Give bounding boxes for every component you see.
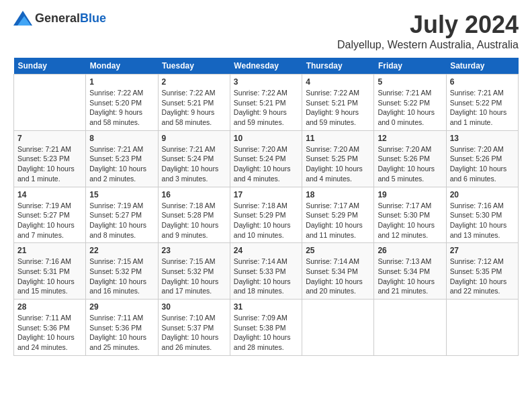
calendar-cell: 21Sunrise: 7:16 AM Sunset: 5:31 PM Dayli… <box>14 243 86 300</box>
day-info: Sunrise: 7:14 AM Sunset: 5:33 PM Dayligh… <box>234 257 298 296</box>
day-info: Sunrise: 7:16 AM Sunset: 5:30 PM Dayligh… <box>450 201 515 240</box>
calendar-cell: 6Sunrise: 7:21 AM Sunset: 5:22 PM Daylig… <box>446 75 518 131</box>
calendar-cell: 16Sunrise: 7:18 AM Sunset: 5:28 PM Dayli… <box>158 187 230 243</box>
day-of-week-header: Friday <box>374 58 446 75</box>
day-info: Sunrise: 7:18 AM Sunset: 5:28 PM Dayligh… <box>162 201 226 240</box>
day-info: Sunrise: 7:21 AM Sunset: 5:23 PM Dayligh… <box>89 144 154 184</box>
day-info: Sunrise: 7:22 AM Sunset: 5:21 PM Dayligh… <box>306 88 370 128</box>
day-info: Sunrise: 7:12 AM Sunset: 5:35 PM Dayligh… <box>450 257 515 296</box>
day-info: Sunrise: 7:20 AM Sunset: 5:26 PM Dayligh… <box>378 144 442 184</box>
day-info: Sunrise: 7:21 AM Sunset: 5:22 PM Dayligh… <box>450 88 515 128</box>
day-of-week-header: Tuesday <box>158 58 230 75</box>
calendar-week-row: 1Sunrise: 7:22 AM Sunset: 5:20 PM Daylig… <box>14 75 519 131</box>
calendar-cell: 11Sunrise: 7:20 AM Sunset: 5:25 PM Dayli… <box>302 130 374 187</box>
day-info: Sunrise: 7:21 AM Sunset: 5:24 PM Dayligh… <box>162 144 226 184</box>
day-info: Sunrise: 7:14 AM Sunset: 5:34 PM Dayligh… <box>306 257 370 296</box>
day-info: Sunrise: 7:15 AM Sunset: 5:32 PM Dayligh… <box>162 257 226 296</box>
day-info: Sunrise: 7:20 AM Sunset: 5:26 PM Dayligh… <box>450 144 515 184</box>
calendar-cell: 10Sunrise: 7:20 AM Sunset: 5:24 PM Dayli… <box>230 130 302 187</box>
logo-blue: Blue <box>80 11 106 25</box>
calendar-cell <box>446 300 518 356</box>
day-of-week-header: Saturday <box>446 58 518 75</box>
title-area: July 2024 Dalyellup, Western Australia, … <box>337 11 519 51</box>
day-number: 15 <box>89 190 154 199</box>
calendar-cell: 19Sunrise: 7:17 AM Sunset: 5:30 PM Dayli… <box>374 187 446 243</box>
calendar-cell: 25Sunrise: 7:14 AM Sunset: 5:34 PM Dayli… <box>302 243 374 300</box>
calendar-cell: 29Sunrise: 7:11 AM Sunset: 5:36 PM Dayli… <box>86 300 158 356</box>
calendar-cell: 1Sunrise: 7:22 AM Sunset: 5:20 PM Daylig… <box>86 75 158 131</box>
day-info: Sunrise: 7:16 AM Sunset: 5:31 PM Dayligh… <box>17 257 82 296</box>
calendar-cell: 5Sunrise: 7:21 AM Sunset: 5:22 PM Daylig… <box>374 75 446 131</box>
day-info: Sunrise: 7:21 AM Sunset: 5:22 PM Dayligh… <box>378 88 442 128</box>
day-number: 4 <box>306 77 370 87</box>
day-of-week-header: Thursday <box>302 58 374 75</box>
calendar-cell <box>14 75 86 131</box>
calendar-cell: 13Sunrise: 7:20 AM Sunset: 5:26 PM Dayli… <box>446 130 518 187</box>
day-of-week-header: Sunday <box>14 58 86 75</box>
day-number: 22 <box>89 246 154 255</box>
day-number: 9 <box>162 134 226 143</box>
day-number: 17 <box>234 190 298 199</box>
day-number: 1 <box>89 77 154 87</box>
calendar-cell: 26Sunrise: 7:13 AM Sunset: 5:34 PM Dayli… <box>374 243 446 300</box>
day-number: 29 <box>89 302 154 312</box>
day-of-week-header: Wednesday <box>230 58 302 75</box>
calendar-cell: 4Sunrise: 7:22 AM Sunset: 5:21 PM Daylig… <box>302 75 374 131</box>
calendar-cell: 23Sunrise: 7:15 AM Sunset: 5:32 PM Dayli… <box>158 243 230 300</box>
calendar-cell: 2Sunrise: 7:22 AM Sunset: 5:21 PM Daylig… <box>158 75 230 131</box>
day-info: Sunrise: 7:19 AM Sunset: 5:27 PM Dayligh… <box>17 201 82 240</box>
day-info: Sunrise: 7:20 AM Sunset: 5:25 PM Dayligh… <box>306 144 370 184</box>
calendar-week-row: 14Sunrise: 7:19 AM Sunset: 5:27 PM Dayli… <box>14 187 519 243</box>
calendar-cell: 24Sunrise: 7:14 AM Sunset: 5:33 PM Dayli… <box>230 243 302 300</box>
calendar-cell: 12Sunrise: 7:20 AM Sunset: 5:26 PM Dayli… <box>374 130 446 187</box>
calendar-cell: 18Sunrise: 7:17 AM Sunset: 5:29 PM Dayli… <box>302 187 374 243</box>
calendar-table: SundayMondayTuesdayWednesdayThursdayFrid… <box>13 58 519 356</box>
day-number: 12 <box>378 134 442 143</box>
day-info: Sunrise: 7:09 AM Sunset: 5:38 PM Dayligh… <box>234 313 298 353</box>
day-info: Sunrise: 7:17 AM Sunset: 5:30 PM Dayligh… <box>378 201 442 240</box>
calendar-cell: 28Sunrise: 7:11 AM Sunset: 5:36 PM Dayli… <box>14 300 86 356</box>
day-number: 27 <box>450 246 515 255</box>
calendar-cell: 3Sunrise: 7:22 AM Sunset: 5:21 PM Daylig… <box>230 75 302 131</box>
day-number: 11 <box>306 134 370 143</box>
day-number: 31 <box>234 302 298 312</box>
header: GeneralBlue July 2024 Dalyellup, Western… <box>13 11 519 51</box>
main-title: July 2024 <box>337 11 519 39</box>
day-info: Sunrise: 7:21 AM Sunset: 5:23 PM Dayligh… <box>17 144 82 184</box>
day-number: 23 <box>162 246 226 255</box>
logo-text: GeneralBlue <box>35 11 106 26</box>
day-info: Sunrise: 7:22 AM Sunset: 5:20 PM Dayligh… <box>89 88 154 128</box>
day-of-week-header: Monday <box>86 58 158 75</box>
calendar-cell: 31Sunrise: 7:09 AM Sunset: 5:38 PM Dayli… <box>230 300 302 356</box>
day-info: Sunrise: 7:20 AM Sunset: 5:24 PM Dayligh… <box>234 144 298 184</box>
logo: GeneralBlue <box>13 11 106 26</box>
calendar-cell: 14Sunrise: 7:19 AM Sunset: 5:27 PM Dayli… <box>14 187 86 243</box>
day-number: 28 <box>17 302 82 312</box>
calendar-cell: 15Sunrise: 7:19 AM Sunset: 5:27 PM Dayli… <box>86 187 158 243</box>
day-number: 20 <box>450 190 515 199</box>
day-number: 25 <box>306 246 370 255</box>
day-number: 18 <box>306 190 370 199</box>
calendar-cell: 27Sunrise: 7:12 AM Sunset: 5:35 PM Dayli… <box>446 243 518 300</box>
calendar-cell: 8Sunrise: 7:21 AM Sunset: 5:23 PM Daylig… <box>86 130 158 187</box>
day-number: 24 <box>234 246 298 255</box>
logo-general: General <box>35 11 80 25</box>
calendar-cell <box>302 300 374 356</box>
day-info: Sunrise: 7:18 AM Sunset: 5:29 PM Dayligh… <box>234 201 298 240</box>
day-info: Sunrise: 7:15 AM Sunset: 5:32 PM Dayligh… <box>89 257 154 296</box>
day-info: Sunrise: 7:10 AM Sunset: 5:37 PM Dayligh… <box>162 313 226 353</box>
calendar-cell: 22Sunrise: 7:15 AM Sunset: 5:32 PM Dayli… <box>86 243 158 300</box>
day-number: 21 <box>17 246 82 255</box>
day-number: 19 <box>378 190 442 199</box>
day-info: Sunrise: 7:17 AM Sunset: 5:29 PM Dayligh… <box>306 201 370 240</box>
calendar-week-row: 7Sunrise: 7:21 AM Sunset: 5:23 PM Daylig… <box>14 130 519 187</box>
day-number: 14 <box>17 190 82 199</box>
day-number: 6 <box>450 77 515 87</box>
day-number: 5 <box>378 77 442 87</box>
day-number: 26 <box>378 246 442 255</box>
day-number: 30 <box>162 302 226 312</box>
day-number: 16 <box>162 190 226 199</box>
calendar-week-row: 28Sunrise: 7:11 AM Sunset: 5:36 PM Dayli… <box>14 300 519 356</box>
calendar-cell: 17Sunrise: 7:18 AM Sunset: 5:29 PM Dayli… <box>230 187 302 243</box>
days-header-row: SundayMondayTuesdayWednesdayThursdayFrid… <box>14 58 519 75</box>
